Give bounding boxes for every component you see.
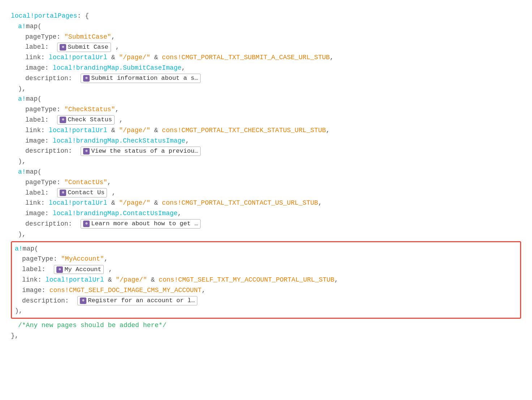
code-line-desc-myaccount: description: ⊕ Register for an account o… bbox=[15, 296, 517, 306]
field-box-check-status[interactable]: ⊕ Check Status bbox=[57, 115, 114, 125]
code-line: pageType: "ContactUs", bbox=[11, 177, 521, 188]
code-line: link: local!portalUrl & "/page/" & cons!… bbox=[15, 275, 517, 285]
code-line-desc-submit: description: ⊕ Submit information about … bbox=[11, 73, 521, 84]
field-box-contact-us[interactable]: ⊕ Contact Us bbox=[57, 188, 107, 197]
field-icon: ⊕ bbox=[60, 117, 66, 123]
field-icon: ⊕ bbox=[60, 190, 66, 196]
token-colon-brace: : { bbox=[77, 11, 89, 21]
code-line: a!map( bbox=[11, 94, 521, 104]
field-icon: ⊕ bbox=[83, 75, 90, 82]
code-line: pageType: "MyAccount", bbox=[15, 254, 517, 264]
code-line: link: local!portalUrl & "/page/" & cons!… bbox=[11, 52, 521, 63]
field-text-contact-desc: Learn more about how to get … bbox=[91, 219, 198, 228]
code-line: ), bbox=[11, 156, 521, 167]
field-icon: ⊕ bbox=[60, 44, 66, 51]
block-my-account-highlighted: a!map( pageType: "MyAccount", label: ⊕ M… bbox=[11, 241, 521, 319]
code-line: a!map( bbox=[11, 167, 521, 177]
field-text-submit-desc: Submit information about a s… bbox=[91, 74, 198, 83]
token-map: map( bbox=[26, 21, 42, 32]
field-icon: ⊕ bbox=[83, 221, 90, 227]
token-pagetype-val: "SubmitCase" bbox=[64, 32, 111, 42]
field-text-contact-us: Contact Us bbox=[68, 188, 104, 197]
code-line: image: local!brandingMap.SubmitCaseImage… bbox=[11, 63, 521, 73]
code-line: ), bbox=[11, 229, 521, 240]
code-line-label-check: label: ⊕ Check Status , bbox=[11, 115, 521, 125]
code-line-comment: /*Any new pages should be added here*/ bbox=[11, 320, 521, 331]
code-line-label-submit: label: ⊕ Submit Case , bbox=[11, 42, 521, 52]
code-line-label-contact: label: ⊕ Contact Us , bbox=[11, 188, 521, 198]
field-box-contact-desc[interactable]: ⊕ Learn more about how to get … bbox=[81, 219, 201, 229]
code-line: ), bbox=[15, 306, 517, 316]
code-line: image: local!brandingMap.ContactUsImage, bbox=[11, 208, 521, 219]
field-text-my-account: My Account bbox=[64, 265, 101, 274]
token-comment: /*Any new pages should be added here*/ bbox=[18, 320, 166, 331]
field-text-check-desc: View the status of a previou… bbox=[91, 147, 198, 156]
token-a: a! bbox=[18, 21, 26, 32]
code-line-closing: }, bbox=[11, 331, 521, 341]
token-local-portal-pages: local!portalPages bbox=[11, 11, 77, 21]
code-line: pageType: "SubmitCase", bbox=[11, 32, 521, 42]
code-line: a!map( bbox=[15, 244, 517, 254]
code-line-desc-check: description: ⊕ View the status of a prev… bbox=[11, 146, 521, 156]
field-box-myaccount-desc[interactable]: ⊕ Register for an account or l… bbox=[77, 296, 197, 305]
block-contact-us: a!map( pageType: "ContactUs", label: ⊕ C… bbox=[11, 167, 521, 240]
code-editor: local!portalPages: { a!map( pageType: "S… bbox=[11, 7, 521, 345]
code-line: image: cons!CMGT_SELF_DOC_IMAGE_CMS_MY_A… bbox=[15, 285, 517, 296]
field-text-check-status: Check Status bbox=[68, 116, 112, 124]
code-line: image: local!brandingMap.CheckStatusImag… bbox=[11, 136, 521, 146]
code-line: link: local!portalUrl & "/page/" & cons!… bbox=[11, 198, 521, 208]
code-line: a!map( bbox=[11, 21, 521, 32]
field-box-submit-case[interactable]: ⊕ Submit Case bbox=[57, 43, 111, 52]
code-line-header: local!portalPages: { bbox=[11, 11, 521, 21]
field-text-myaccount-desc: Register for an account or l… bbox=[88, 296, 195, 305]
field-box-submit-desc[interactable]: ⊕ Submit information about a s… bbox=[81, 74, 201, 83]
field-icon: ⊕ bbox=[83, 148, 90, 155]
block-submit-case: a!map( pageType: "SubmitCase", label: ⊕ … bbox=[11, 21, 521, 94]
code-line: link: local!portalUrl & "/page/" & cons!… bbox=[11, 125, 521, 136]
code-line: ), bbox=[11, 84, 521, 94]
block-check-status: a!map( pageType: "CheckStatus", label: ⊕… bbox=[11, 94, 521, 167]
token-closing-brace: }, bbox=[11, 331, 19, 341]
token-pagetype-key: pageType bbox=[25, 32, 56, 42]
field-box-check-desc[interactable]: ⊕ View the status of a previou… bbox=[81, 147, 201, 156]
code-line: pageType: "CheckStatus", bbox=[11, 104, 521, 115]
code-line-desc-contact: description: ⊕ Learn more about how to g… bbox=[11, 219, 521, 229]
field-icon: ⊕ bbox=[80, 297, 86, 304]
code-line-label-myaccount: label: ⊕ My Account , bbox=[15, 264, 517, 275]
field-text-submit-case: Submit Case bbox=[68, 43, 108, 52]
field-box-my-account[interactable]: ⊕ My Account bbox=[54, 265, 104, 274]
field-icon: ⊕ bbox=[56, 266, 63, 273]
